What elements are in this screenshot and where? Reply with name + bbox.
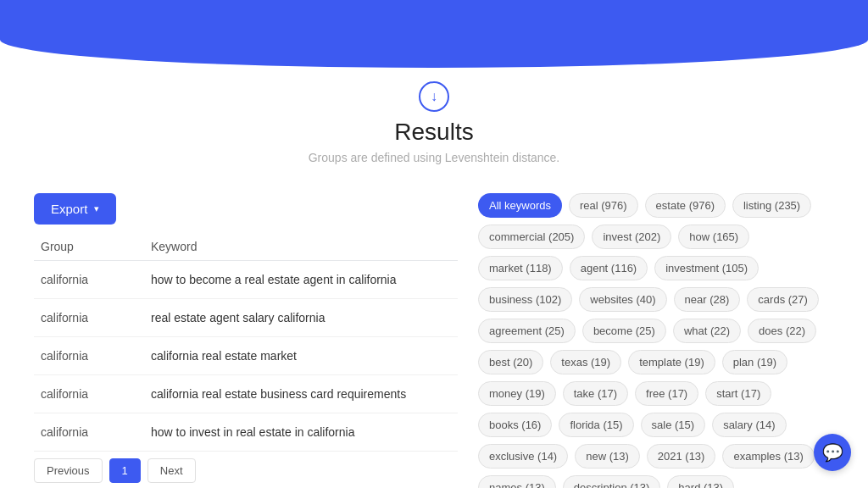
- keyword-cell: how to invest in real estate in californ…: [151, 425, 451, 439]
- keyword-tag[interactable]: websites (40): [579, 287, 666, 312]
- keyword-tag[interactable]: cards (27): [747, 287, 819, 312]
- keyword-tag[interactable]: plan (19): [722, 350, 787, 374]
- keyword-tag[interactable]: business (102): [478, 287, 572, 312]
- keyword-tag[interactable]: invest (202): [592, 225, 671, 249]
- col-keyword-header: Keyword: [151, 240, 451, 253]
- keyword-tag[interactable]: does (22): [748, 319, 816, 343]
- down-arrow-icon: ↓: [419, 81, 449, 112]
- page-1-button[interactable]: 1: [109, 458, 141, 483]
- right-panel: All keywordsreal (976)estate (976)listin…: [478, 193, 834, 488]
- keyword-tag[interactable]: near (28): [674, 287, 741, 312]
- keyword-tag[interactable]: new (13): [575, 444, 640, 469]
- table-row: california california real estate market: [34, 337, 458, 375]
- keyword-tag[interactable]: estate (976): [645, 193, 726, 218]
- keyword-tag[interactable]: texas (19): [550, 350, 621, 374]
- results-header: ↓ Results Groups are defined using Leven…: [0, 81, 868, 180]
- table-row: california how to invest in real estate …: [34, 413, 458, 452]
- keyword-tag[interactable]: market (118): [478, 256, 563, 280]
- keyword-tag[interactable]: sale (15): [641, 413, 706, 437]
- col-group-header: Group: [41, 240, 151, 253]
- next-button[interactable]: Next: [147, 458, 196, 483]
- keyword-tag[interactable]: template (19): [628, 350, 715, 374]
- left-panel: Export ▾ Group Keyword california how to…: [34, 193, 458, 488]
- keyword-tag[interactable]: start (17): [705, 381, 771, 406]
- keyword-tag[interactable]: salary (14): [712, 413, 786, 437]
- keyword-cell: real estate agent salary california: [151, 311, 451, 324]
- keyword-tag[interactable]: description (13): [563, 475, 661, 488]
- keyword-tag[interactable]: what (22): [673, 319, 741, 343]
- export-button[interactable]: Export ▾: [34, 193, 116, 225]
- keyword-tag[interactable]: agent (116): [570, 256, 648, 280]
- keyword-tag[interactable]: examples (13): [722, 444, 814, 469]
- results-subtitle: Groups are defined using Levenshtein dis…: [309, 151, 560, 164]
- prev-button[interactable]: Previous: [34, 458, 103, 483]
- keyword-tag[interactable]: commercial (205): [478, 225, 585, 249]
- keyword-cell: california real estate business card req…: [151, 387, 451, 401]
- keyword-cell: california real estate market: [151, 349, 451, 363]
- group-cell: california: [41, 387, 151, 401]
- keyword-tag[interactable]: names (13): [478, 475, 556, 488]
- keyword-tag[interactable]: listing (235): [732, 193, 811, 218]
- page-title: Results: [394, 119, 473, 146]
- keyword-tag[interactable]: hard (13): [667, 475, 734, 488]
- keyword-tag[interactable]: florida (15): [559, 413, 633, 437]
- keyword-tag[interactable]: 2021 (13): [647, 444, 716, 469]
- keyword-tag[interactable]: real (976): [569, 193, 638, 218]
- chat-bubble-button[interactable]: 💬: [814, 434, 851, 471]
- keyword-tag[interactable]: money (19): [478, 381, 556, 406]
- group-cell: california: [41, 273, 151, 286]
- keyword-cell: how to become a real estate agent in cal…: [151, 273, 451, 286]
- tags-container: All keywordsreal (976)estate (976)listin…: [478, 193, 834, 488]
- table-header: Group Keyword: [34, 240, 458, 261]
- chevron-down-icon: ▾: [94, 203, 99, 214]
- keyword-tag[interactable]: free (17): [635, 381, 698, 406]
- header-banner: [0, 0, 868, 68]
- group-cell: california: [41, 311, 151, 324]
- table-row: california how to become a real estate a…: [34, 261, 458, 299]
- keyword-tag[interactable]: investment (105): [654, 256, 759, 280]
- keyword-tag[interactable]: become (25): [582, 319, 666, 343]
- main-content: Export ▾ Group Keyword california how to…: [0, 193, 868, 488]
- table-row: california real estate agent salary cali…: [34, 299, 458, 337]
- table-body: california how to become a real estate a…: [34, 261, 458, 452]
- chat-icon: 💬: [822, 442, 843, 463]
- pagination: Previous 1 Next: [34, 458, 458, 483]
- keyword-tag[interactable]: books (16): [478, 413, 552, 437]
- keyword-tag[interactable]: agreement (25): [478, 319, 576, 343]
- keyword-tag[interactable]: best (20): [478, 350, 543, 374]
- keyword-tag[interactable]: All keywords: [478, 193, 562, 218]
- table-row: california california real estate busine…: [34, 375, 458, 413]
- keyword-tag[interactable]: exclusive (14): [478, 444, 568, 469]
- keyword-tag[interactable]: how (165): [678, 225, 749, 249]
- keyword-tag[interactable]: take (17): [563, 381, 628, 406]
- group-cell: california: [41, 425, 151, 439]
- group-cell: california: [41, 349, 151, 363]
